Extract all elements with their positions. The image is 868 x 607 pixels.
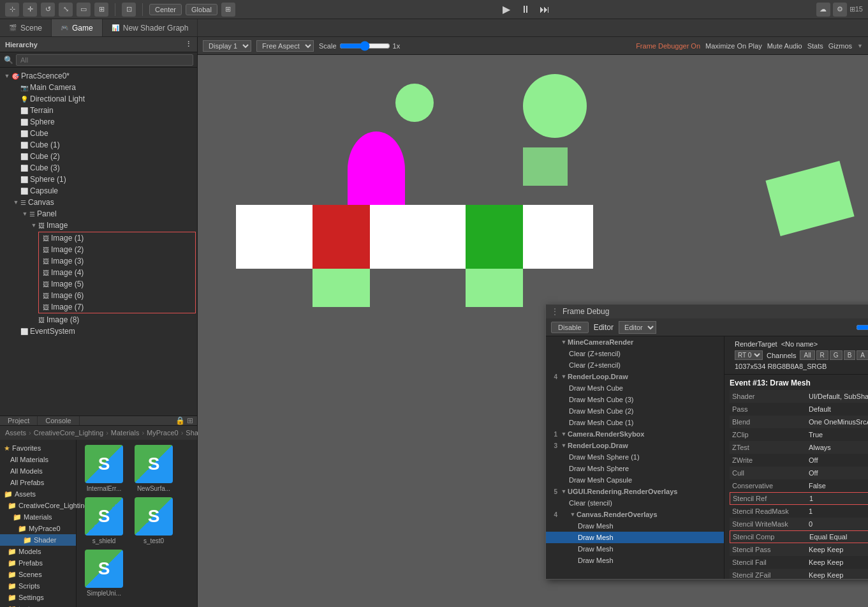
tree-item-cube3[interactable]: ⬜ Cube (3) (0, 162, 197, 174)
fd-channel-b[interactable]: B (844, 350, 856, 360)
center-button[interactable]: Center (149, 4, 182, 15)
rect-tool[interactable]: ▭ (77, 3, 91, 17)
grid-tool[interactable]: ⊞ (221, 3, 235, 17)
step-button[interactable]: ⏭ (536, 1, 554, 19)
fd-tree-ugui[interactable]: 5 ▼ UGUI.Rendering.RenderOverlays (546, 486, 724, 497)
prefabs-folder[interactable]: 📁 Prefabs (0, 557, 76, 569)
tab-project[interactable]: Project (0, 416, 38, 425)
tree-item-image[interactable]: ▼ 🖼 Image (0, 220, 197, 231)
collab-icon[interactable]: ☁ (816, 3, 830, 17)
fd-tree-drawcube2[interactable]: Draw Mesh Cube (2) (546, 405, 724, 417)
display-select[interactable]: Display 1 (203, 40, 251, 52)
fd-tree-clear2[interactable]: Clear (Z+stencil) (546, 359, 724, 371)
hierarchy-options-icon[interactable]: ⋮ (185, 40, 192, 49)
myprace-folder[interactable]: 📁 MyPrace0 (0, 523, 76, 534)
tree-item-image7[interactable]: 🖼 Image (7) (39, 301, 195, 313)
fd-tree-drawsphere1[interactable]: Draw Mesh Sphere (1) (546, 451, 724, 463)
fd-editor-select[interactable]: Editor (619, 321, 656, 334)
tree-item-sphere1[interactable]: ⬜ Sphere (1) (0, 174, 197, 185)
tab-game[interactable]: 🎮 Game (52, 19, 103, 36)
tree-item-pracscene[interactable]: ▼ 🎯 PracScence0* (0, 70, 197, 82)
fd-tree-drawmesh3[interactable]: Draw Mesh (546, 543, 724, 555)
tab-shader-graph[interactable]: 📊 New Shader Graph (103, 19, 198, 36)
asset-item-simpleuni[interactable]: S SimpleUni... (82, 550, 126, 597)
asset-item-stest0[interactable]: S s_test0 (131, 497, 176, 544)
fd-tree-drawmesh2[interactable]: Draw Mesh (546, 532, 724, 543)
creativecore-folder[interactable]: 📁 CreativeCore_Lighting (0, 500, 76, 511)
fd-tree-drawmesh4[interactable]: Draw Mesh (546, 555, 724, 566)
all-materials-item[interactable]: All Materials (0, 454, 76, 465)
fd-disable-btn[interactable]: Disable (551, 322, 589, 333)
pause-button[interactable]: ⏸ (517, 1, 534, 19)
tree-item-image5[interactable]: 🖼 Image (5) (39, 278, 195, 290)
tree-item-image4[interactable]: 🖼 Image (4) (39, 267, 195, 278)
gizmos-arrow[interactable]: ▼ (857, 43, 863, 49)
all-models-item[interactable]: All Models (0, 465, 76, 477)
fd-tree-drawcube1[interactable]: Draw Mesh Cube (1) (546, 417, 724, 428)
tree-item-image8[interactable]: 🖼 Image (8) (0, 314, 197, 326)
tree-item-eventsystem[interactable]: ⬜ EventSystem (0, 326, 197, 337)
asset-item-sshield[interactable]: S s_shield (82, 497, 126, 544)
tree-item-panel[interactable]: ▼ ☰ Panel (0, 208, 197, 220)
move-tool[interactable]: ✛ (23, 3, 37, 17)
fd-channel-all[interactable]: All (800, 350, 814, 360)
fd-tree-drawsphere[interactable]: Draw Mesh Sphere (546, 463, 724, 474)
fd-tree-drawcapsule[interactable]: Draw Mesh Capsule (546, 474, 724, 486)
custom-tool[interactable]: ⊡ (122, 3, 136, 17)
tree-item-dirlight[interactable]: 💡 Directional Light (0, 93, 197, 105)
texture-folder[interactable]: 📁 texture (0, 603, 76, 607)
transform-all-tool[interactable]: ⊞ (94, 3, 108, 17)
tree-item-image1[interactable]: 🖼 Image (1) (39, 232, 195, 244)
fd-tree-canvas-overlays[interactable]: 4 ▼ Canvas.RenderOverlays (546, 509, 724, 520)
tab-scene[interactable]: 🎬 Scene (0, 19, 52, 36)
gizmos-btn[interactable]: Gizmos (828, 42, 852, 50)
models-folder[interactable]: 📁 Models (0, 546, 76, 557)
shader-folder[interactable]: 📁 Shader (0, 534, 76, 546)
transform-tool[interactable]: ⊹ (5, 3, 19, 17)
fd-tree-clear1[interactable]: Clear (Z+stencil) (546, 348, 724, 359)
asset-item-newsurfa[interactable]: S NewSurfa... (131, 445, 176, 492)
asset-item-internalerr[interactable]: S InternalErr... (82, 445, 126, 492)
tree-item-maincamera[interactable]: 📷 Main Camera (0, 82, 197, 93)
tree-item-image3[interactable]: 🖼 Image (3) (39, 255, 195, 267)
tree-item-cube2[interactable]: ⬜ Cube (2) (0, 151, 197, 162)
scale-slider[interactable] (339, 41, 390, 51)
fd-channel-r[interactable]: R (816, 350, 828, 360)
frame-debugger-btn[interactable]: Frame Debugger On (636, 42, 700, 50)
global-button[interactable]: Global (186, 4, 217, 15)
settings-icon[interactable]: ⚙ (833, 3, 847, 17)
scripts-folder[interactable]: 📁 Scripts (0, 580, 76, 592)
fd-tree-drawcube3[interactable]: Draw Mesh Cube (3) (546, 394, 724, 405)
fd-tree-renderloop2[interactable]: 3 ▼ RenderLoop.Draw (546, 440, 724, 451)
fd-tree-clearstencil[interactable]: Clear (stencil) (546, 497, 724, 509)
stats-btn[interactable]: Stats (807, 42, 823, 50)
maximize-btn[interactable]: Maximize On Play (705, 42, 762, 50)
fd-channel-a[interactable]: A (857, 350, 868, 360)
tree-item-image6[interactable]: 🖼 Image (6) (39, 290, 195, 301)
play-button[interactable]: ▶ (497, 1, 515, 19)
hierarchy-search-input[interactable] (16, 54, 193, 66)
tab-console[interactable]: Console (38, 416, 79, 425)
favorites-item[interactable]: ★ Favorites (0, 442, 76, 454)
fd-frame-slider[interactable] (856, 322, 868, 333)
rotate-tool[interactable]: ↺ (41, 3, 55, 17)
fd-tree-minecamera[interactable]: ▼ MineCameraRender (546, 336, 724, 348)
aspect-select[interactable]: Free Aspect (256, 40, 314, 52)
fd-tree-renderskybox[interactable]: 1 ▼ Camera.RenderSkybox (546, 428, 724, 440)
scale-tool[interactable]: ⤡ (59, 3, 73, 17)
fd-rt-select[interactable]: RT 0 (735, 350, 763, 360)
tree-item-canvas[interactable]: ▼ ☰ Canvas (0, 197, 197, 208)
assets-folder[interactable]: 📁 Assets (0, 488, 76, 500)
fd-tree-drawcube[interactable]: Draw Mesh Cube (546, 382, 724, 394)
tree-item-cube1[interactable]: ⬜ Cube (1) (0, 139, 197, 151)
mute-btn[interactable]: Mute Audio (767, 42, 802, 50)
all-prefabs-item[interactable]: All Prefabs (0, 477, 76, 488)
scenes-folder[interactable]: 📁 Scenes (0, 569, 76, 580)
fd-channel-g[interactable]: G (830, 350, 842, 360)
tree-item-sphere[interactable]: ⬜ Sphere (0, 116, 197, 128)
settings-folder[interactable]: 📁 Settings (0, 592, 76, 603)
tree-item-capsule[interactable]: ⬜ Capsule (0, 185, 197, 197)
tree-item-terrain[interactable]: ⬜ Terrain (0, 105, 197, 116)
tree-item-image2[interactable]: 🖼 Image (2) (39, 244, 195, 255)
tree-item-cube[interactable]: ⬜ Cube (0, 128, 197, 139)
